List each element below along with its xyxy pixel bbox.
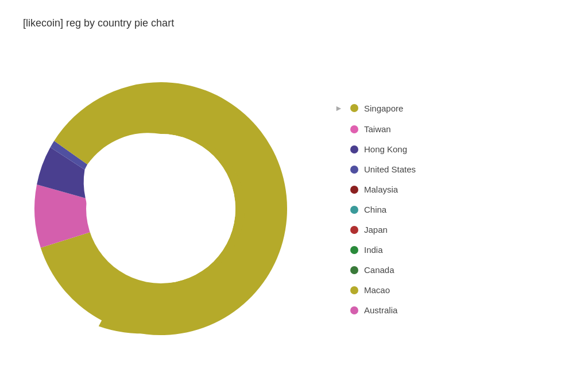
- chart-area: ► Singapore Taiwan Hong Kong United Stat…: [23, 47, 565, 371]
- legend-label-unitedstates: United States: [364, 164, 416, 174]
- legend-label-china: China: [364, 205, 386, 214]
- legend-label-canada: Canada: [364, 265, 394, 275]
- legend-item-india: India: [333, 245, 416, 255]
- legend-item-taiwan: Taiwan: [333, 124, 416, 134]
- legend-item-china: China: [333, 205, 416, 214]
- legend-dot-unitedstates: [350, 166, 358, 174]
- legend-item-singapore: ► Singapore: [333, 102, 416, 114]
- legend-label-hongkong: Hong Kong: [364, 144, 407, 154]
- chart-legend: ► Singapore Taiwan Hong Kong United Stat…: [333, 102, 416, 315]
- legend-arrow-icon: ►: [333, 102, 345, 114]
- legend-label-australia: Australia: [364, 305, 397, 315]
- legend-dot-singapore: [350, 104, 358, 112]
- legend-label-japan: Japan: [364, 225, 388, 235]
- legend-item-hongkong: Hong Kong: [333, 144, 416, 154]
- page-container: [likecoin] reg by country pie chart: [0, 0, 588, 388]
- legend-dot-taiwan: [350, 125, 358, 133]
- legend-label-taiwan: Taiwan: [364, 124, 391, 134]
- donut-hole: [86, 134, 235, 283]
- legend-dot-macao: [350, 286, 358, 294]
- legend-label-malaysia: Malaysia: [364, 185, 398, 194]
- donut-chart: [23, 71, 299, 347]
- legend-dot-australia: [350, 306, 358, 314]
- legend-dot-hongkong: [350, 145, 358, 153]
- legend-dot-india: [350, 246, 358, 254]
- legend-item-malaysia: Malaysia: [333, 185, 416, 194]
- legend-label-singapore: Singapore: [364, 103, 403, 113]
- chart-title: [likecoin] reg by country pie chart: [23, 17, 565, 29]
- legend-item-unitedstates: United States: [333, 164, 416, 174]
- legend-item-australia: Australia: [333, 305, 416, 315]
- legend-item-japan: Japan: [333, 225, 416, 235]
- legend-item-canada: Canada: [333, 265, 416, 275]
- legend-dot-japan: [350, 226, 358, 234]
- legend-dot-canada: [350, 266, 358, 274]
- legend-label-india: India: [364, 245, 383, 255]
- legend-item-macao: Macao: [333, 285, 416, 295]
- legend-label-macao: Macao: [364, 285, 390, 295]
- legend-dot-malaysia: [350, 186, 358, 194]
- legend-dot-china: [350, 206, 358, 214]
